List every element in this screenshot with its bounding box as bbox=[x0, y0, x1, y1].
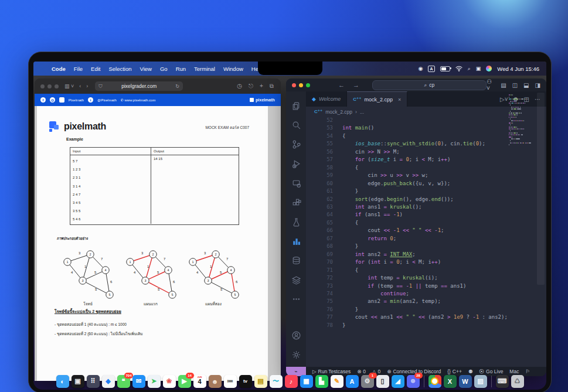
code-editor[interactable]: 5253int main()54{55 ios_base::sync_with_… bbox=[306, 117, 546, 367]
dock-messages[interactable]: ❝704 bbox=[117, 375, 130, 388]
shield-icon: ⛉ bbox=[98, 83, 102, 90]
share-icon[interactable]: ⎋ bbox=[249, 83, 253, 90]
dock-maps[interactable]: ➤ bbox=[148, 375, 161, 388]
test-icon[interactable] bbox=[286, 212, 306, 231]
menu-item-selection[interactable]: Selection bbox=[104, 66, 135, 72]
graph-figure-2: 374156512345แผนแรก bbox=[120, 244, 182, 307]
dock-photos[interactable]: ❀ bbox=[163, 375, 176, 388]
dock-numbers[interactable]: ▙ bbox=[315, 375, 328, 388]
files-icon[interactable] bbox=[286, 96, 306, 115]
layers-icon[interactable] bbox=[286, 270, 306, 289]
menu-item-window[interactable]: Window bbox=[219, 66, 247, 72]
extensions-icon[interactable] bbox=[286, 193, 306, 212]
forward-icon[interactable]: › bbox=[86, 83, 88, 89]
sidebar-icon[interactable]: ▥ ˅ bbox=[64, 83, 74, 89]
dock-contacts[interactable]: ☻ bbox=[209, 375, 222, 388]
more-icon[interactable] bbox=[286, 289, 306, 309]
dock-iphone-mirroring[interactable]: ▯ bbox=[376, 375, 389, 388]
dock-facetime[interactable]: ▶14 bbox=[178, 375, 191, 388]
input-source-icon[interactable]: A bbox=[428, 66, 434, 72]
menu-bar-clock[interactable]: Wed 4 Jun 15:46 bbox=[497, 66, 539, 72]
settings-icon[interactable] bbox=[286, 345, 306, 364]
example-table: Input Output 5 7 1 2 3 2 3 1 3 1 4 2 4 7… bbox=[70, 147, 239, 225]
dock-safari[interactable]: ◈ bbox=[102, 375, 115, 388]
svg-text:1: 1 bbox=[192, 260, 193, 264]
dock-system-settings[interactable]: ⚙1 bbox=[361, 375, 374, 388]
dock-utility-app[interactable]: ⌨ bbox=[496, 375, 509, 388]
vscode-window-controls[interactable] bbox=[292, 83, 310, 87]
dock-minimized-photo[interactable]: ▨ bbox=[474, 375, 487, 388]
database-icon[interactable] bbox=[286, 251, 306, 270]
address-bar[interactable]: ⛉ pixelgrader.com ↻ bbox=[95, 81, 183, 91]
display-icon[interactable]: ▣ bbox=[476, 66, 481, 71]
toggle-secondary-sidebar-icon[interactable]: ◨ bbox=[535, 82, 540, 88]
toggle-sidebar-icon[interactable]: ◫ bbox=[512, 82, 518, 88]
svg-text:5: 5 bbox=[220, 271, 222, 274]
dock-apple-tv[interactable]: tv bbox=[239, 375, 252, 388]
menu-item-edit[interactable]: Edit bbox=[87, 66, 104, 72]
notification-badge: 28 bbox=[414, 373, 423, 379]
social-square-icon[interactable] bbox=[59, 97, 64, 103]
dock-mail[interactable]: ✉ bbox=[132, 375, 145, 388]
dock-freeform[interactable]: 〜 bbox=[270, 375, 283, 388]
menu-item-terminal[interactable]: Terminal bbox=[190, 66, 219, 72]
siri-icon[interactable] bbox=[486, 66, 492, 71]
dock-calendar[interactable]: 4JUN bbox=[193, 375, 206, 388]
record-icon[interactable]: ◉ bbox=[419, 66, 423, 71]
dock-excel[interactable]: X bbox=[444, 375, 457, 388]
close-icon[interactable]: × bbox=[398, 97, 401, 103]
dock-music[interactable]: ♪ bbox=[285, 375, 298, 388]
menu-item-file[interactable]: File bbox=[70, 66, 87, 72]
facebook-icon[interactable]: f bbox=[40, 97, 46, 103]
new-tab-icon[interactable]: + bbox=[260, 83, 263, 90]
dock-cube-app[interactable]: ▣ bbox=[72, 375, 84, 388]
scm-icon[interactable] bbox=[286, 135, 306, 154]
dock-discord[interactable]: ⌾28 bbox=[407, 375, 420, 388]
dock-finder[interactable]: ◐ bbox=[56, 375, 69, 388]
debug-icon[interactable] bbox=[286, 154, 306, 173]
menu-item-code[interactable]: Code bbox=[47, 66, 70, 72]
menu-item-view[interactable]: View bbox=[136, 66, 156, 72]
search-icon[interactable]: ⌕ bbox=[468, 66, 471, 72]
code-line: 61 } bbox=[306, 188, 546, 195]
tabs-icon[interactable]: ⧉ bbox=[270, 83, 274, 90]
chart-icon[interactable] bbox=[286, 231, 306, 251]
history-forward-icon[interactable]: → bbox=[353, 81, 359, 88]
menu-item-run[interactable]: Run bbox=[172, 66, 190, 72]
dock-trash[interactable]: ♺ bbox=[511, 375, 524, 388]
dock-pages[interactable]: ✎ bbox=[331, 375, 343, 388]
customize-layout-icon[interactable]: ▤ bbox=[501, 82, 506, 88]
dock-vscode[interactable]: ◢ bbox=[392, 375, 404, 388]
twitter-icon[interactable]: t bbox=[88, 97, 93, 103]
dock-reminders[interactable]: ≔ bbox=[224, 375, 237, 388]
remote-icon[interactable] bbox=[286, 173, 306, 193]
tab-mock-2-cpp[interactable]: C⁺⁺mock_2.cpp× bbox=[347, 91, 407, 107]
tab-welcome[interactable]: ◆Welcome bbox=[306, 91, 347, 107]
instagram-icon[interactable]: ◎ bbox=[50, 97, 55, 103]
dock-word[interactable]: W bbox=[459, 375, 472, 388]
battery-icon[interactable] bbox=[440, 66, 450, 71]
account-profile-icon[interactable]: ⚇ ˅ bbox=[487, 79, 495, 91]
dock-notes[interactable]: ▤ bbox=[254, 375, 267, 388]
minimap[interactable] bbox=[509, 93, 533, 146]
dock-launchpad[interactable]: ⠿ bbox=[87, 375, 100, 388]
toggle-panel-icon[interactable]: ⬓ bbox=[523, 82, 529, 88]
menu-item-go[interactable]: Go bbox=[156, 66, 172, 72]
history-back-icon[interactable]: ← bbox=[338, 81, 345, 88]
downloads-icon[interactable]: ◷ bbox=[237, 83, 242, 90]
search-icon[interactable] bbox=[286, 115, 306, 135]
dock-app-store[interactable]: A bbox=[346, 375, 359, 388]
line-number: 71 bbox=[306, 267, 342, 274]
editor-scrollbar[interactable] bbox=[537, 93, 545, 285]
command-center-search[interactable]: ⌕ cp bbox=[372, 80, 487, 90]
wifi-icon[interactable] bbox=[455, 66, 462, 71]
run-debug-icon[interactable]: ▷˅ bbox=[500, 96, 508, 103]
account-icon[interactable] bbox=[286, 326, 306, 345]
dock-keynote[interactable]: ▦ bbox=[300, 375, 313, 388]
back-icon[interactable]: ‹ bbox=[79, 83, 81, 89]
reload-icon[interactable]: ↻ bbox=[175, 83, 179, 89]
dock-chrome[interactable] bbox=[428, 375, 441, 388]
safari-window-controls[interactable] bbox=[40, 84, 59, 88]
notification-badge: 1 bbox=[369, 373, 377, 379]
page-viewport[interactable]: pixelmath MOCK EXAM คอร์ส C007 Example I… bbox=[35, 106, 281, 381]
